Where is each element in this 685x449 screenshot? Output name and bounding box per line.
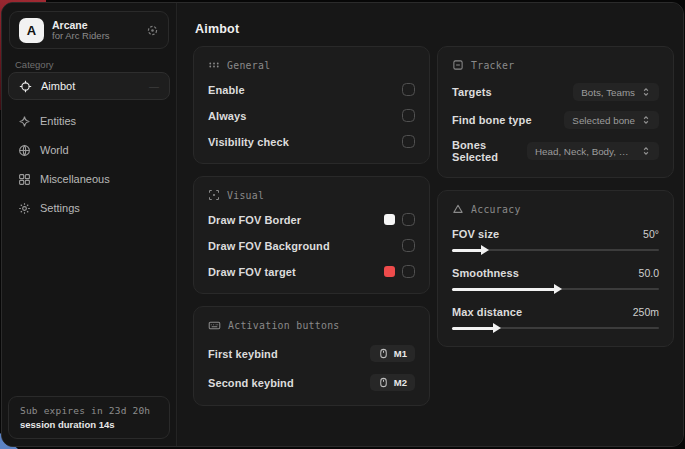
setting-row: Find bone type Selected bone bbox=[452, 111, 659, 129]
general-card: General Enable Always Visibility check bbox=[193, 46, 430, 164]
setting-label: FOV size bbox=[452, 228, 499, 240]
dropdown-value: Bots, Teams bbox=[581, 87, 635, 98]
card-title: Tracker bbox=[471, 60, 514, 71]
setting-label: Draw FOV Border bbox=[208, 214, 301, 226]
session-duration-text: session duration 14s bbox=[20, 419, 158, 430]
setting-label: First keybind bbox=[208, 348, 278, 360]
brand-text: Arcane for Arc Riders bbox=[52, 19, 138, 42]
activation-card-header: Activation buttons bbox=[208, 319, 415, 332]
sidebar-item-settings[interactable]: Settings bbox=[8, 194, 170, 222]
chevrons-up-down-icon bbox=[641, 87, 651, 97]
slider-fill bbox=[452, 327, 495, 330]
triangle-icon bbox=[452, 203, 464, 215]
smoothness-value: 50.0 bbox=[639, 267, 659, 279]
sidebar-item-label: World bbox=[40, 144, 69, 156]
fov-target-checkbox[interactable] bbox=[402, 265, 415, 278]
card-title: General bbox=[227, 60, 270, 71]
visibility-check-checkbox[interactable] bbox=[402, 135, 415, 148]
setting-row: Targets Bots, Teams bbox=[452, 83, 659, 101]
fov-border-checkbox[interactable] bbox=[402, 213, 415, 226]
sub-expiry-text: Sub expires in 23d 20h bbox=[20, 405, 158, 416]
setting-row: Always bbox=[208, 108, 415, 123]
sidebar-item-aimbot[interactable]: Aimbot — bbox=[8, 72, 170, 100]
setting-row: Draw FOV Background bbox=[208, 238, 415, 253]
tracker-card: Tracker Targets Bots, Teams Find bone bbox=[437, 46, 674, 178]
fov-border-color-swatch[interactable] bbox=[384, 214, 395, 225]
category-label: Category bbox=[15, 59, 54, 70]
setting-row: Draw FOV target bbox=[208, 264, 415, 279]
setting-row: Second keybind M2 bbox=[208, 374, 415, 391]
setting-label: Bones Selected bbox=[452, 139, 527, 163]
dropdown-value: Selected bone bbox=[572, 115, 635, 126]
sidebar-item-world[interactable]: World bbox=[8, 136, 170, 164]
always-checkbox[interactable] bbox=[402, 109, 415, 122]
setting-row: FOV size 50° bbox=[452, 228, 659, 240]
mouse-icon bbox=[378, 377, 389, 388]
sidebar-item-entities[interactable]: Entities bbox=[8, 107, 170, 135]
setting-row: Draw FOV Border bbox=[208, 212, 415, 227]
sparkle-icon bbox=[18, 115, 31, 128]
accuracy-card: Accuracy FOV size 50° Smoothness 50.0 bbox=[437, 190, 674, 347]
setting-label: Find bone type bbox=[452, 114, 532, 126]
sidebar-item-label: Miscellaneous bbox=[40, 173, 110, 185]
setting-label: Second keybind bbox=[208, 377, 294, 389]
dropdown-value: Head, Neck, Body, Pe.. bbox=[535, 146, 635, 157]
sidebar-item-hint: — bbox=[149, 81, 159, 92]
focus-icon bbox=[208, 189, 220, 201]
main-panel: Aimbot General Enable bbox=[178, 3, 683, 446]
setting-row: Visibility check bbox=[208, 134, 415, 149]
grid-icon bbox=[18, 173, 31, 186]
card-title: Accuracy bbox=[471, 204, 521, 215]
find-bone-type-dropdown[interactable]: Selected bone bbox=[564, 111, 659, 129]
fov-size-slider[interactable] bbox=[452, 246, 659, 254]
setting-row: Enable bbox=[208, 82, 415, 97]
sidebar-item-miscellaneous[interactable]: Miscellaneous bbox=[8, 165, 170, 193]
dots-grid-icon bbox=[208, 59, 220, 71]
second-keybind-button[interactable]: M2 bbox=[370, 374, 415, 391]
app-subtitle: for Arc Riders bbox=[52, 31, 138, 42]
setting-label: Draw FOV Background bbox=[208, 240, 330, 252]
page-title: Aimbot bbox=[195, 22, 239, 36]
setting-label: Targets bbox=[452, 86, 492, 98]
app-logo: A bbox=[19, 18, 44, 43]
slider-thumb[interactable] bbox=[493, 323, 501, 333]
slider-thumb[interactable] bbox=[554, 284, 562, 294]
chevrons-up-down-icon bbox=[641, 146, 651, 156]
app-title: Arcane bbox=[52, 19, 138, 31]
enable-checkbox[interactable] bbox=[402, 83, 415, 96]
fov-size-value: 50° bbox=[643, 228, 659, 240]
targets-dropdown[interactable]: Bots, Teams bbox=[573, 83, 659, 101]
left-column: General Enable Always Visibility check bbox=[193, 46, 430, 418]
activation-card: Activation buttons First keybind M1 S bbox=[193, 306, 430, 406]
smoothness-slider[interactable] bbox=[452, 285, 659, 293]
max-distance-slider[interactable] bbox=[452, 324, 659, 332]
setting-label: Visibility check bbox=[208, 136, 289, 148]
first-keybind-button[interactable]: M1 bbox=[370, 345, 415, 362]
scan-icon bbox=[452, 59, 464, 71]
fov-target-color-swatch[interactable] bbox=[384, 266, 395, 277]
general-card-header: General bbox=[208, 59, 415, 71]
subscription-box: Sub expires in 23d 20h session duration … bbox=[8, 396, 170, 439]
brand-header: A Arcane for Arc Riders bbox=[9, 11, 169, 49]
status-ring-icon[interactable] bbox=[146, 24, 159, 37]
card-title: Activation buttons bbox=[228, 320, 340, 331]
sidebar-item-label: Settings bbox=[40, 202, 80, 214]
setting-label: Draw FOV target bbox=[208, 266, 296, 278]
setting-row: Max distance 250m bbox=[452, 306, 659, 318]
sidebar-nav: Aimbot — Entities World bbox=[8, 72, 170, 223]
fov-background-checkbox[interactable] bbox=[402, 239, 415, 252]
slider-fill bbox=[452, 288, 556, 291]
globe-icon bbox=[18, 144, 31, 157]
visual-card-header: Visual bbox=[208, 189, 415, 201]
crosshair-icon bbox=[19, 80, 32, 93]
keybind-value: M1 bbox=[394, 348, 407, 359]
max-distance-value: 250m bbox=[633, 306, 659, 318]
mouse-icon bbox=[378, 348, 389, 359]
keyboard-icon bbox=[208, 319, 221, 332]
sidebar: A Arcane for Arc Riders Category Aimbot bbox=[2, 3, 177, 446]
setting-row: Bones Selected Head, Neck, Body, Pe.. bbox=[452, 139, 659, 163]
bones-selected-dropdown[interactable]: Head, Neck, Body, Pe.. bbox=[527, 142, 659, 160]
setting-label: Enable bbox=[208, 84, 245, 96]
setting-row: Smoothness 50.0 bbox=[452, 267, 659, 279]
slider-thumb[interactable] bbox=[481, 245, 489, 255]
